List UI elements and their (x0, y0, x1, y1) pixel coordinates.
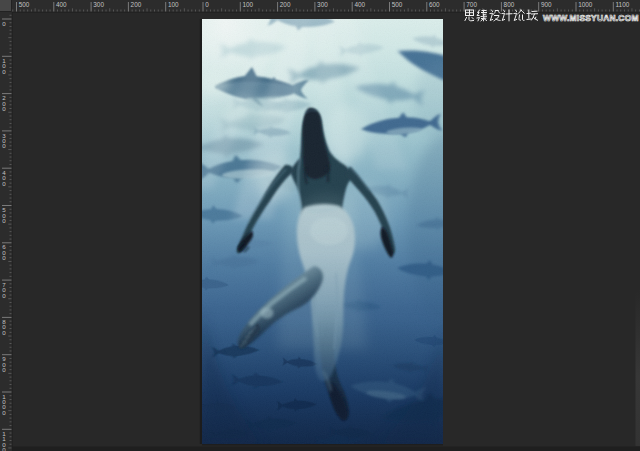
svg-text:900: 900 (541, 1, 552, 8)
svg-text:700: 700 (466, 1, 477, 8)
svg-text:500: 500 (392, 1, 403, 8)
svg-text:800: 800 (504, 1, 515, 8)
svg-text:0: 0 (2, 254, 6, 261)
svg-text:400: 400 (354, 1, 365, 8)
svg-text:0: 0 (205, 1, 209, 8)
svg-text:100: 100 (168, 1, 179, 8)
svg-text:0: 0 (2, 20, 6, 27)
svg-text:300: 300 (93, 1, 104, 8)
svg-text:200: 200 (131, 1, 142, 8)
svg-text:1000: 1000 (578, 1, 593, 8)
svg-text:0: 0 (2, 292, 6, 299)
svg-text:200: 200 (280, 1, 291, 8)
svg-text:500: 500 (19, 1, 30, 8)
svg-text:WWW.MISSYUAN.COM: WWW.MISSYUAN.COM (543, 13, 639, 23)
svg-text:0: 0 (2, 105, 6, 112)
svg-text:0: 0 (2, 68, 6, 75)
svg-text:400: 400 (56, 1, 67, 8)
svg-text:600: 600 (429, 1, 440, 8)
svg-text:0: 0 (2, 329, 6, 336)
svg-text:0: 0 (2, 180, 6, 187)
svg-text:0: 0 (2, 217, 6, 224)
svg-text:1100: 1100 (616, 1, 630, 8)
svg-text:100: 100 (243, 1, 254, 8)
svg-text:300: 300 (317, 1, 328, 8)
svg-text:0: 0 (2, 142, 6, 149)
svg-text:0: 0 (2, 409, 6, 416)
svg-text:0: 0 (2, 366, 6, 373)
svg-text:0: 0 (2, 446, 6, 451)
